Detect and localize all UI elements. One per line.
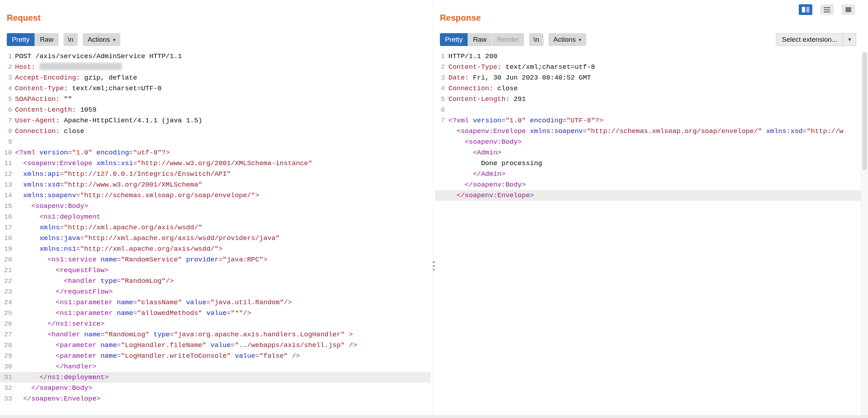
code-line[interactable]: 2Host: (0, 62, 431, 72)
code-line[interactable]: 4Connection: close (435, 83, 861, 94)
code-line[interactable]: 20 <ns1:service name="RandomService" pro… (0, 254, 431, 265)
line-number (435, 190, 445, 201)
code-line[interactable]: 1HTTP/1.1 200 (435, 51, 861, 62)
code-line[interactable]: 15 <soapenv:Body> (0, 201, 431, 211)
request-tab-raw[interactable]: Raw (35, 33, 59, 46)
code-text: <?xml version="1.0" encoding="UTF-8"?> (445, 115, 861, 126)
code-line[interactable]: 21 <requestFlow> (0, 265, 431, 276)
code-line[interactable]: </Admin> (435, 169, 861, 179)
code-line[interactable]: 32 </soapenv:Body> (0, 383, 431, 393)
vertical-scrollbar[interactable] (861, 51, 868, 418)
request-tab-pretty[interactable]: Pretty (7, 33, 35, 46)
request-newline-toggle-button[interactable]: \n (64, 33, 78, 46)
response-tab-pretty[interactable]: Pretty (440, 33, 468, 46)
line-number: 26 (0, 318, 12, 329)
code-line[interactable]: 30 </handler> (0, 361, 431, 372)
code-text: <soapenv:Body> (445, 137, 861, 147)
code-text: Content-Length: 291 (445, 94, 861, 104)
bottom-divider (0, 416, 868, 418)
extension-selector[interactable]: Select extension... ▾ (776, 33, 856, 46)
response-tab-render: Render (492, 33, 524, 46)
message-editor-window: Request Pretty Raw \n Actions ▾ 1POST /a… (0, 0, 868, 418)
line-number: 7 (435, 115, 445, 126)
code-line[interactable]: 28 <parameter name="LogHandler.fileName"… (0, 340, 431, 351)
response-actions-button[interactable]: Actions ▾ (548, 33, 586, 46)
line-number: 28 (0, 340, 12, 351)
layout-stacked-button[interactable] (820, 4, 834, 15)
code-line[interactable]: 3Accept-Encoding: gzip, deflate (0, 72, 431, 83)
code-line[interactable]: <soapenv:Body> (435, 137, 861, 147)
code-text: <Admin> (445, 147, 861, 158)
code-text: Accept-Encoding: gzip, deflate (12, 72, 431, 83)
scrollbar-thumb[interactable] (863, 52, 867, 170)
code-line[interactable]: </soapenv:Body> (435, 179, 861, 190)
line-number: 5 (435, 94, 445, 104)
code-line[interactable]: 10<?xml version="1.0" encoding="utf-8"?> (0, 147, 431, 158)
response-actions-label: Actions (553, 36, 576, 44)
code-text: <soapenv:Body> (12, 201, 431, 211)
extension-dropdown-button[interactable]: ▾ (843, 34, 856, 46)
code-line[interactable]: 9 (0, 137, 431, 147)
code-line[interactable]: 2Content-Type: text/xml;charset=utf-8 (435, 62, 861, 72)
layout-side-by-side-button[interactable] (799, 4, 812, 15)
code-text: xmlns:xsd="http://www.w3.org/2001/XMLSch… (12, 179, 431, 190)
code-text: </soapenv:Body> (445, 179, 861, 190)
line-number: 1 (0, 51, 12, 62)
code-line[interactable]: 16 <ns1:deployment (0, 211, 431, 222)
code-line[interactable]: 25 <ns1:parameter name="allowedMethods" … (0, 308, 431, 318)
code-line[interactable]: 23 </requestFlow> (0, 286, 431, 297)
code-text: Connection: close (12, 126, 431, 137)
code-text: HTTP/1.1 200 (445, 51, 861, 62)
line-number: 24 (0, 297, 12, 308)
code-line[interactable]: 12 xmlns:api="http://127.0.0.1/Integrics… (0, 169, 431, 179)
code-line[interactable]: 7User-Agent: Apache-HttpClient/4.1.1 (ja… (0, 115, 431, 126)
code-line[interactable]: 3Date: Fri, 30 Jun 2023 08:40:52 GMT (435, 72, 861, 83)
line-number: 19 (0, 244, 12, 254)
request-code[interactable]: 1POST /axis/services/AdminService HTTP/1… (0, 51, 431, 418)
response-tab-raw[interactable]: Raw (468, 33, 492, 46)
code-line[interactable]: 19 xmlns:ns1="http://xml.apache.org/axis… (0, 244, 431, 254)
code-line[interactable]: 31 </ns1:deployment> (0, 372, 431, 383)
code-line[interactable]: 1POST /axis/services/AdminService HTTP/1… (0, 51, 431, 62)
code-line[interactable]: 13 xmlns:xsd="http://www.w3.org/2001/XML… (0, 179, 431, 190)
line-number: 5 (0, 94, 12, 104)
view-layout-toggle-group (799, 4, 855, 15)
code-line[interactable]: 4Content-Type: text/xml;charset=UTF-8 (0, 83, 431, 94)
layout-single-pane-button[interactable] (842, 4, 855, 15)
code-line[interactable]: <Admin> (435, 147, 861, 158)
line-number: 16 (0, 211, 12, 222)
code-line[interactable]: 5Content-Length: 291 (435, 94, 861, 104)
response-code[interactable]: 1HTTP/1.1 2002Content-Type: text/xml;cha… (435, 51, 861, 418)
code-text: SOAPAction: "" (12, 94, 431, 104)
code-text: <?xml version="1.0" encoding="utf-8"?> (12, 147, 431, 158)
line-number: 21 (0, 265, 12, 276)
columns-icon (802, 7, 809, 12)
panel-resize-handle[interactable]: ⋮ (428, 260, 439, 271)
code-text: </requestFlow> (12, 286, 431, 297)
code-line[interactable]: 14 xmlns:soapenv="http://schemas.xmlsoap… (0, 190, 431, 201)
code-line[interactable]: 33 </soapenv:Envelope> (0, 393, 431, 404)
code-text: <ns1:parameter name="className" value="j… (12, 297, 431, 308)
code-line[interactable]: 11 <soapenv:Envelope xmlns:xsi="http://w… (0, 158, 431, 169)
code-line[interactable]: 18 xmlns:java="http://xml.apache.org/axi… (0, 233, 431, 244)
code-line[interactable]: 6 (435, 104, 861, 115)
code-line[interactable]: 29 <parameter name="LogHandler.writeToCo… (0, 351, 431, 361)
code-line[interactable]: </soapenv:Envelope> (435, 190, 861, 201)
code-line[interactable]: 26 </ns1:service> (0, 318, 431, 329)
code-line[interactable]: 7<?xml version="1.0" encoding="UTF-8"?> (435, 115, 861, 126)
code-line[interactable]: 27 <handler name="RandomLog" type="java:… (0, 329, 431, 340)
code-line[interactable]: 17 xmlns="http://xml.apache.org/axis/wsd… (0, 222, 431, 233)
code-line[interactable]: 8Connection: close (0, 126, 431, 137)
request-actions-button[interactable]: Actions ▾ (83, 33, 121, 46)
code-line[interactable]: 24 <ns1:parameter name="className" value… (0, 297, 431, 308)
code-line[interactable]: 22 <handler type="RandomLog"/> (0, 276, 431, 286)
redacted-host-value (39, 63, 122, 70)
code-line[interactable]: 5SOAPAction: "" (0, 94, 431, 104)
chevron-down-icon: ▾ (579, 37, 581, 42)
line-number: 4 (435, 83, 445, 94)
code-line[interactable]: Done processing (435, 158, 861, 169)
code-line[interactable]: 6Content-Length: 1059 (0, 104, 431, 115)
response-newline-toggle-button[interactable]: \n (529, 33, 543, 46)
line-number: 7 (0, 115, 12, 126)
code-line[interactable]: <soapenv:Envelope xmlns:soapenv="http://… (435, 126, 861, 137)
